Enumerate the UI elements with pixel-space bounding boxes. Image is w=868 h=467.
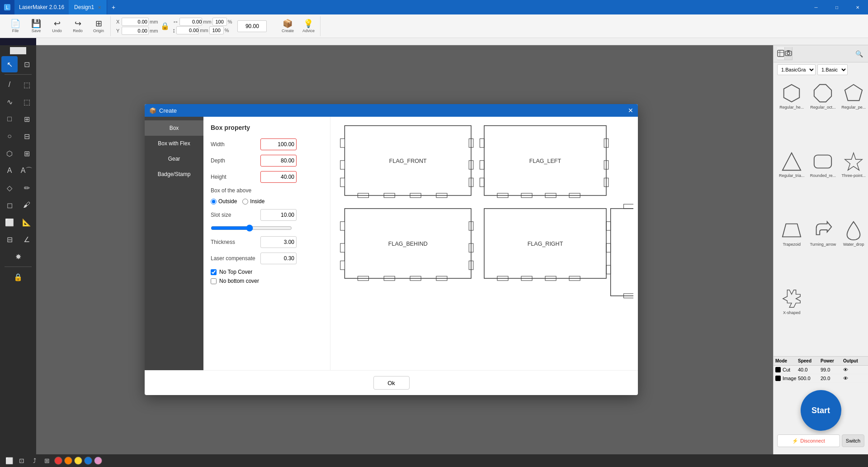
sidebar-btn-badge[interactable]: Badge/Stamp — [145, 167, 203, 182]
shape-item-water-drop[interactable]: Water_drop — [840, 218, 868, 284]
angle-tool-button[interactable]: ∠ — [19, 231, 35, 248]
paint-tool-button[interactable]: 🖌 — [19, 197, 35, 213]
shapes-tab[interactable] — [777, 47, 785, 60]
width-input[interactable] — [179, 18, 202, 26]
text-arc-button[interactable]: A⌒ — [19, 162, 35, 179]
no-top-cover-row[interactable]: No Top Cover — [211, 269, 323, 275]
close-tab-icon[interactable]: ✕ — [98, 5, 101, 10]
no-top-cover-checkbox[interactable] — [211, 269, 217, 275]
depth-label: Depth — [211, 157, 260, 164]
ok-button[interactable]: Ok — [373, 376, 410, 390]
height-input[interactable] — [176, 26, 199, 34]
grid-tool-button[interactable]: ⊞ — [19, 111, 35, 127]
color-red[interactable] — [54, 457, 62, 465]
slot-size-field[interactable] — [260, 209, 297, 221]
switch-button[interactable]: Switch — [842, 434, 864, 447]
grid-bottom-button[interactable]: ⊞ — [42, 455, 52, 466]
table-tool-button[interactable]: ⊟ — [1, 231, 18, 248]
tool-pair-frame: ⬜ 📐 — [1, 214, 35, 230]
rect-bottom-button[interactable]: ⬜ — [4, 455, 14, 466]
special-tool-button[interactable]: ✸ — [10, 248, 26, 265]
disconnect-button[interactable]: ⚡ Disconnect — [777, 434, 840, 447]
y-input[interactable] — [122, 27, 149, 35]
shape-item-trapezoid[interactable]: Trapezoid — [777, 218, 807, 284]
thickness-field[interactable] — [260, 236, 297, 248]
shape-item-turning-arrow[interactable]: Turning_arrow — [808, 218, 838, 284]
color-orange[interactable] — [64, 457, 72, 465]
measure-tool-button[interactable]: 📐 — [19, 214, 35, 230]
image-speed: 500.0 — [798, 376, 821, 381]
inside-radio[interactable] — [242, 199, 248, 205]
frame-tool-button[interactable]: ⬜ — [1, 214, 18, 230]
text-tool-button[interactable]: A — [1, 162, 18, 179]
bezier-tool-button[interactable]: ⬚ — [19, 76, 35, 93]
inside-radio-label[interactable]: Inside — [242, 198, 264, 205]
shape-item-three-point[interactable]: Three-point... — [840, 149, 868, 215]
depth-field[interactable] — [260, 155, 297, 167]
image-visibility-icon[interactable]: 👁 — [843, 376, 861, 381]
node-tool-button[interactable]: ⬚ — [19, 94, 35, 110]
slot-slider[interactable] — [211, 224, 292, 232]
lock-icon[interactable]: 🔒 — [160, 18, 170, 35]
shape-item-pentagon[interactable]: Regular_pe... — [840, 81, 868, 147]
close-window-button[interactable]: ✕ — [847, 0, 868, 14]
svg-rect-46 — [624, 204, 633, 209]
advice-button[interactable]: 💡 Advice — [298, 16, 318, 36]
color-gradient[interactable] — [94, 457, 102, 465]
height-field[interactable] — [260, 171, 297, 183]
shape-item-triangle[interactable]: Regular_tria... — [777, 149, 807, 215]
select-node-button[interactable]: ⊡ — [19, 56, 35, 72]
canvas-area[interactable]: 📦 Create ✕ Box Box with Flex Gear Badge/… — [36, 45, 773, 454]
shape-item-x-shaped[interactable]: X-shaped — [777, 286, 807, 353]
svg-text:FLAG_BEHIND: FLAG_BEHIND — [388, 241, 428, 247]
sidebar-btn-box[interactable]: Box — [145, 120, 203, 136]
outside-radio[interactable] — [211, 199, 217, 205]
ellipse-tool-button[interactable]: ○ — [1, 128, 18, 144]
add-tab-button[interactable]: + — [107, 1, 120, 14]
sidebar-btn-box-flex[interactable]: Box with Flex — [145, 136, 203, 151]
shape-item-rounded-rect[interactable]: Rounded_re... — [808, 149, 838, 215]
shape-item-hexagon[interactable]: Regular_he... — [777, 81, 807, 147]
tab-design1[interactable]: Design1 ✕ — [69, 0, 107, 14]
select-bottom-button[interactable]: ⊡ — [16, 455, 27, 466]
laser-compensate-field[interactable] — [260, 253, 297, 264]
origin-button[interactable]: ⊞ Origin — [89, 16, 108, 36]
lock-button[interactable]: 🔒 — [10, 269, 26, 285]
no-bottom-cover-row[interactable]: No bottom cover — [211, 278, 323, 284]
file-button[interactable]: 📄 File — [5, 16, 25, 36]
edit-tool-button[interactable]: ✏ — [19, 180, 35, 196]
svg-rect-54 — [606, 222, 611, 230]
redo-button[interactable]: ↪ Redo — [68, 16, 88, 36]
color-yellow[interactable] — [74, 457, 82, 465]
rect-tool-button[interactable]: □ — [1, 111, 18, 127]
dialog-close-button[interactable]: ✕ — [628, 107, 633, 114]
maximize-button[interactable]: □ — [826, 0, 847, 14]
subcategory-select[interactable]: 1.Basic — [817, 64, 848, 75]
path-bottom-button[interactable]: ⤴ — [29, 455, 40, 466]
curve-tool-button[interactable]: ∿ — [1, 94, 18, 110]
x-input[interactable] — [122, 18, 149, 26]
save-button[interactable]: 💾 Save — [26, 16, 46, 36]
color-blue[interactable] — [84, 457, 92, 465]
outside-radio-label[interactable]: Outside — [211, 198, 237, 205]
line-tool-button[interactable]: / — [1, 76, 18, 93]
cut-visibility-icon[interactable]: 👁 — [843, 367, 861, 372]
search-button[interactable]: 🔍 — [854, 48, 864, 59]
eraser-tool-button[interactable]: ◻ — [1, 197, 18, 213]
minimize-button[interactable]: ─ — [806, 0, 826, 14]
diamond-tool-button[interactable]: ◇ — [1, 180, 18, 196]
no-bottom-cover-checkbox[interactable] — [211, 278, 217, 284]
sidebar-btn-gear[interactable]: Gear — [145, 151, 203, 167]
start-button[interactable]: Start — [801, 390, 841, 431]
undo-button[interactable]: ↩ Undo — [47, 16, 67, 36]
shape-item-octagon[interactable]: Regular_oct... — [808, 81, 838, 147]
create-button[interactable]: 📦 Create — [278, 16, 297, 36]
camera-tab[interactable] — [785, 47, 793, 60]
select-tool-button[interactable]: ↖ — [1, 56, 18, 72]
array-tool-button[interactable]: ⊞ — [19, 145, 35, 162]
rotate-input[interactable] — [237, 20, 267, 32]
category-select[interactable]: 1.BasicGra — [777, 64, 816, 75]
polygon-tool-button[interactable]: ⬡ — [1, 145, 18, 162]
align-tool-button[interactable]: ⊟ — [19, 128, 35, 144]
width-field[interactable] — [260, 138, 297, 150]
